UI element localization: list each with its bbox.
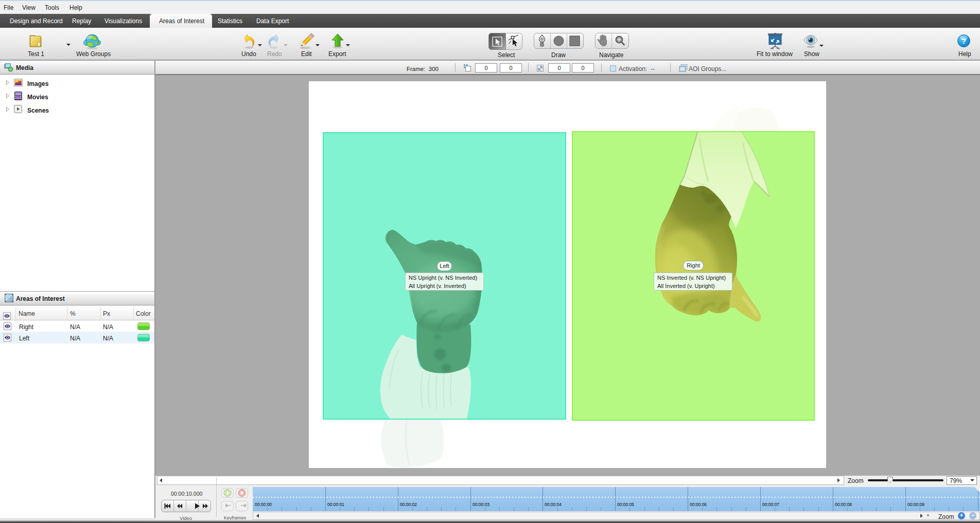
svg-text:?: ? [961,37,966,45]
